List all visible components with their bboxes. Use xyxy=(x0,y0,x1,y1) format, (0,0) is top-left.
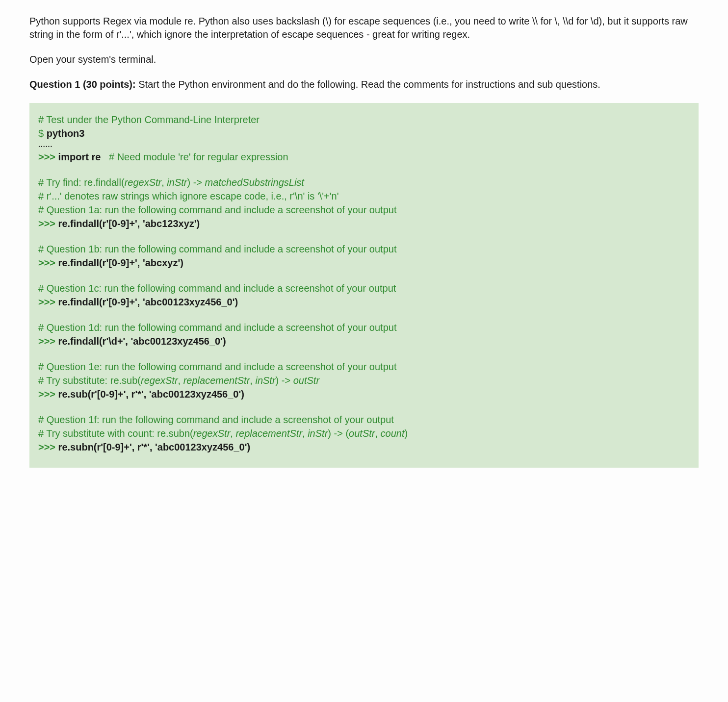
cmd-q1c: >>> re.findall(r'[0-9]+', 'abc00123xyz45… xyxy=(38,295,690,309)
comment-subn-sig: # Try substitute with count: re.subn(reg… xyxy=(38,426,690,440)
ellipsis-dots: ...... xyxy=(38,140,690,150)
cmd-q1e: >>> re.sub(r'[0-9]+', r'*', 'abc00123xyz… xyxy=(38,387,690,401)
intro-paragraph-2: Open your system's terminal. xyxy=(29,53,699,66)
comment-q1d: # Question 1d: run the following command… xyxy=(38,321,690,334)
cmd-q1b: >>> re.findall(r'[0-9]+', 'abcxyz') xyxy=(38,256,690,270)
comment-test-header: # Test under the Python Command-Line Int… xyxy=(38,113,690,126)
comment-q1b: # Question 1b: run the following command… xyxy=(38,242,690,256)
cmd-q1d: >>> re.findall(r'\d+', 'abc00123xyz456_0… xyxy=(38,334,690,348)
comment-findall-sig: # Try find: re.findall(regexStr, inStr) … xyxy=(38,176,690,189)
comment-q1f: # Question 1f: run the following command… xyxy=(38,413,690,426)
code-block: # Test under the Python Command-Line Int… xyxy=(29,103,699,468)
question-text: Start the Python environment and do the … xyxy=(138,79,600,90)
comment-q1c: # Question 1c: run the following command… xyxy=(38,281,690,295)
question-1-lead: Question 1 (30 points): Start the Python… xyxy=(29,78,699,91)
import-line: >>> import re # Need module 're' for reg… xyxy=(38,150,690,164)
comment-q1e: # Question 1e: run the following command… xyxy=(38,360,690,374)
question-label: Question 1 (30 points): xyxy=(29,79,138,90)
intro-paragraph-1: Python supports Regex via module re. Pyt… xyxy=(29,15,699,41)
comment-rawstring: # r'...' denotes raw strings which ignor… xyxy=(38,189,690,203)
cmd-q1f: >>> re.subn(r'[0-9]+', r'*', 'abc00123xy… xyxy=(38,440,690,454)
shell-python3: $ python3 xyxy=(38,126,690,140)
comment-q1a: # Question 1a: run the following command… xyxy=(38,203,690,217)
comment-sub-sig: # Try substitute: re.sub(regexStr, repla… xyxy=(38,374,690,387)
cmd-q1a: >>> re.findall(r'[0-9]+', 'abc123xyz') xyxy=(38,217,690,230)
